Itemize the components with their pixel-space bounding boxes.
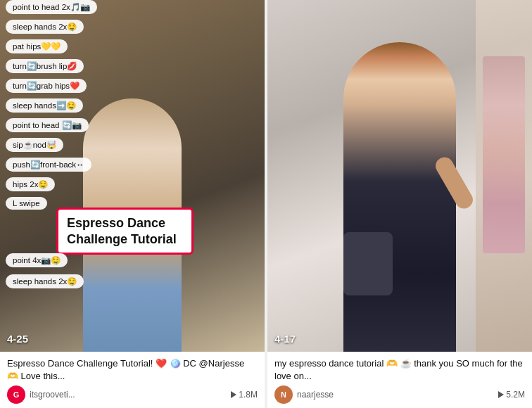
- dance-label-4: turn🔄grab hips❤️: [6, 79, 87, 93]
- right-bag: [343, 232, 393, 295]
- dance-label-8: push🔄front-back↔: [6, 158, 91, 172]
- dance-label-2: pat hips💛💛: [6, 39, 68, 53]
- left-video-thumbnail[interactable]: point to head 2x🎵📷 sleep hands 2x🤤 pat h…: [0, 0, 265, 352]
- highlight-box: Espresso Dance Challenge Tutorial: [56, 208, 194, 255]
- dance-label-6: point to head 🔄📷: [6, 118, 89, 132]
- left-video-meta: G itsgrooveti... 1.8M: [7, 385, 258, 404]
- left-video-card[interactable]: point to head 2x🎵📷 sleep hands 2x🤤 pat h…: [0, 0, 265, 408]
- left-play-icon: [231, 391, 236, 398]
- right-closet: [483, 56, 525, 253]
- dance-label-12: sleep hands 2x🤤: [6, 274, 84, 288]
- left-timestamp: 4-25: [7, 333, 28, 345]
- right-play-icon: [498, 391, 504, 398]
- app-container: point to head 2x🎵📷 sleep hands 2x🤤 pat h…: [0, 0, 532, 408]
- right-video-title: my espresso dance tutorial 🫶 ☕ thank you…: [274, 357, 525, 383]
- dance-label-1: sleep hands 2x🤤: [6, 20, 84, 34]
- right-timestamp: 4-17: [274, 333, 296, 345]
- dance-label-10: L swipe: [6, 197, 47, 210]
- right-channel-name[interactable]: naarjesse: [297, 390, 494, 400]
- right-video-thumbnail[interactable]: 4-17: [267, 0, 532, 352]
- left-play-count: 1.8M: [231, 390, 258, 400]
- left-channel-name[interactable]: itsgrooveti...: [30, 390, 227, 400]
- dance-label-11: point 4x📷🤤: [6, 253, 68, 267]
- right-video-info: my espresso dance tutorial 🫶 ☕ thank you…: [267, 352, 532, 408]
- right-person: [329, 42, 470, 352]
- right-video-card[interactable]: 4-17 my espresso dance tutorial 🫶 ☕ than…: [267, 0, 532, 408]
- left-video-title: Espresso Dance Challenge Tutorial! ❤️ 🪩 …: [7, 357, 258, 383]
- dance-label-9: hips 2x🤤: [6, 177, 55, 191]
- right-video-meta: N naarjesse 5.2M: [274, 385, 525, 404]
- dance-label-7: sip☕nod🤯: [6, 138, 63, 152]
- dance-label-3: turn🔄brush lip💋: [6, 59, 84, 73]
- left-video-info: Espresso Dance Challenge Tutorial! ❤️ 🪩 …: [0, 352, 265, 408]
- left-channel-avatar[interactable]: G: [7, 385, 25, 404]
- videos-row: point to head 2x🎵📷 sleep hands 2x🤤 pat h…: [0, 0, 532, 408]
- dance-label-0: point to head 2x🎵📷: [6, 0, 97, 14]
- right-channel-avatar[interactable]: N: [274, 385, 293, 404]
- dance-labels-container: point to head 2x🎵📷 sleep hands 2x🤤 pat h…: [0, 0, 265, 352]
- right-play-count: 5.2M: [498, 390, 525, 400]
- dance-label-5: sleep hands➡️🤤: [6, 98, 83, 113]
- highlight-box-text: Espresso Dance Challenge Tutorial: [67, 215, 183, 247]
